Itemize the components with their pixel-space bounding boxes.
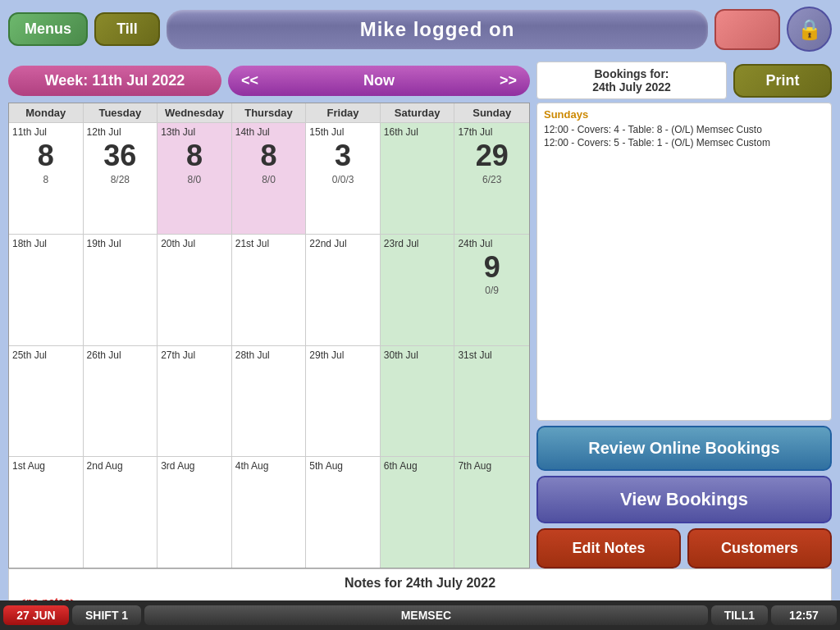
cell-29jul[interactable]: 29th Jul — [306, 346, 381, 457]
cell-2aug[interactable]: 2nd Aug — [84, 457, 158, 568]
cell-date: 1st Aug — [12, 460, 45, 472]
cell-17jul[interactable]: 17th Jul 29 6/23 — [454, 123, 529, 234]
cell-30jul[interactable]: 30th Jul — [381, 346, 455, 457]
bookings-for-date: 24th July 2022 — [546, 80, 718, 94]
cell-date: 23rd Jul — [384, 238, 419, 249]
cell-18jul[interactable]: 18th Jul — [9, 235, 84, 345]
cell-4aug[interactable]: 4th Aug — [232, 457, 307, 568]
status-shift: SHIFT 1 — [72, 605, 141, 625]
lock-icon: 🔒 — [797, 18, 822, 41]
cell-sub: 8/0 — [262, 174, 276, 185]
cell-12jul[interactable]: 12th Jul 36 8/28 — [84, 123, 158, 234]
day-monday: Monday — [9, 103, 84, 122]
cell-number: 3 — [335, 139, 351, 172]
header: Menus Till Mike logged on 🔒 — [0, 0, 840, 58]
cell-15jul[interactable]: 15th Jul 3 0/0/3 — [306, 123, 381, 234]
cell-number: 8 — [186, 139, 203, 172]
status-date: 27 JUN — [3, 605, 69, 625]
notes-title: Notes for 24th July 2022 — [19, 576, 821, 591]
cell-date: 6th Aug — [384, 460, 418, 472]
cell-23jul[interactable]: 23rd Jul — [381, 235, 455, 345]
main-area: Monday Tuesday Wednesday Thursday Friday… — [0, 103, 840, 568]
cell-31jul[interactable]: 31st Jul — [454, 346, 529, 457]
cell-25jul[interactable]: 25th Jul — [9, 346, 84, 457]
cell-24jul[interactable]: 24th Jul 9 0/9 — [454, 235, 529, 345]
cell-7aug[interactable]: 7th Aug — [454, 457, 529, 568]
header-title: Mike logged on — [167, 10, 708, 49]
day-wednesday: Wednesday — [158, 103, 232, 122]
cell-19jul[interactable]: 19th Jul — [84, 235, 158, 345]
cell-27jul[interactable]: 27th Jul — [158, 346, 232, 457]
cell-date: 26th Jul — [87, 349, 121, 361]
till-button[interactable]: Till — [94, 12, 160, 46]
cell-sub: 8/0 — [188, 174, 202, 185]
cell-3aug[interactable]: 3rd Aug — [158, 457, 232, 568]
cell-16jul[interactable]: 16th Jul — [381, 123, 455, 234]
bookings-for-label: Bookings for: — [546, 67, 718, 80]
cell-date: 14th Jul — [235, 126, 270, 138]
cell-date: 27th Jul — [161, 349, 195, 361]
cell-sub: 8 — [43, 174, 48, 185]
cell-number: 36 — [103, 139, 136, 172]
cell-6aug[interactable]: 6th Aug — [381, 457, 455, 568]
booking-item-2: 12:00 - Covers: 5 - Table: 1 - (O/L) Mem… — [544, 137, 824, 148]
cell-5aug[interactable]: 5th Aug — [306, 457, 381, 568]
customers-button[interactable]: Customers — [687, 528, 832, 568]
cell-date: 4th Aug — [235, 460, 269, 472]
cell-date: 12th Jul — [87, 126, 121, 138]
cell-21jul[interactable]: 21st Jul — [232, 235, 307, 345]
cell-22jul[interactable]: 22nd Jul — [306, 235, 381, 345]
cell-26jul[interactable]: 26th Jul — [84, 346, 158, 457]
cell-date: 3rd Aug — [161, 460, 194, 472]
right-panel: Sundays 12:00 - Covers: 4 - Table: 8 - (… — [536, 103, 832, 568]
cell-number: 9 — [484, 251, 500, 284]
cal-row-2: 18th Jul 19th Jul 20th Jul 21st Jul 22nd… — [9, 235, 529, 346]
day-tuesday: Tuesday — [84, 103, 158, 122]
lock-button[interactable]: 🔒 — [787, 7, 832, 52]
cell-date: 19th Jul — [87, 238, 121, 249]
edit-notes-button[interactable]: Edit Notes — [536, 528, 681, 568]
prev-week-button[interactable]: << — [228, 66, 272, 96]
pink-button[interactable] — [714, 9, 780, 50]
cell-28jul[interactable]: 28th Jul — [232, 346, 307, 457]
status-time: 12:57 — [771, 605, 837, 625]
cell-20jul[interactable]: 20th Jul — [158, 235, 232, 345]
day-friday: Friday — [306, 103, 381, 122]
bookings-section-title: Sundays — [544, 108, 824, 121]
day-saturday: Saturday — [381, 103, 455, 122]
print-button[interactable]: Print — [733, 64, 832, 98]
status-till: TILL1 — [711, 605, 768, 625]
cell-date: 21st Jul — [235, 238, 269, 249]
cell-11jul[interactable]: 11th Jul 8 8 — [9, 123, 84, 234]
now-label: Now — [272, 72, 486, 89]
cell-14jul[interactable]: 14th Jul 8 8/0 — [232, 123, 307, 234]
cell-date: 28th Jul — [235, 349, 270, 361]
day-thursday: Thursday — [232, 103, 307, 122]
cell-date: 17th Jul — [458, 126, 492, 138]
cell-date: 18th Jul — [12, 238, 47, 249]
review-online-bookings-button[interactable]: Review Online Bookings — [536, 426, 832, 471]
cell-date: 16th Jul — [384, 126, 418, 138]
calendar: Monday Tuesday Wednesday Thursday Friday… — [8, 103, 530, 568]
cell-sub: 0/9 — [485, 285, 499, 296]
view-bookings-button[interactable]: View Bookings — [536, 476, 832, 523]
cell-13jul[interactable]: 13th Jul 8 8/0 — [158, 123, 232, 234]
cell-number: 29 — [476, 139, 509, 172]
cal-row-1: 11th Jul 8 8 12th Jul 36 8/28 13th Jul 8… — [9, 123, 529, 235]
cell-number: 8 — [38, 139, 54, 172]
cell-date: 13th Jul — [161, 126, 195, 138]
calendar-header: Monday Tuesday Wednesday Thursday Friday… — [9, 103, 529, 123]
cell-sub: 0/0/3 — [332, 174, 354, 185]
menus-button[interactable]: Menus — [8, 12, 88, 46]
cell-date: 5th Aug — [309, 460, 343, 472]
cell-1aug[interactable]: 1st Aug — [9, 457, 84, 568]
cell-date: 7th Aug — [458, 460, 491, 472]
cell-sub: 6/23 — [482, 174, 501, 185]
bottom-buttons: Edit Notes Customers — [536, 528, 832, 568]
cell-sub: 8/28 — [111, 174, 130, 185]
cell-date: 31st Jul — [458, 349, 491, 361]
next-week-button[interactable]: >> — [486, 66, 530, 96]
cal-row-3: 25th Jul 26th Jul 27th Jul 28th Jul 29th… — [9, 346, 529, 458]
bookings-list: Sundays 12:00 - Covers: 4 - Table: 8 - (… — [536, 103, 832, 421]
cell-date: 24th Jul — [458, 238, 492, 249]
